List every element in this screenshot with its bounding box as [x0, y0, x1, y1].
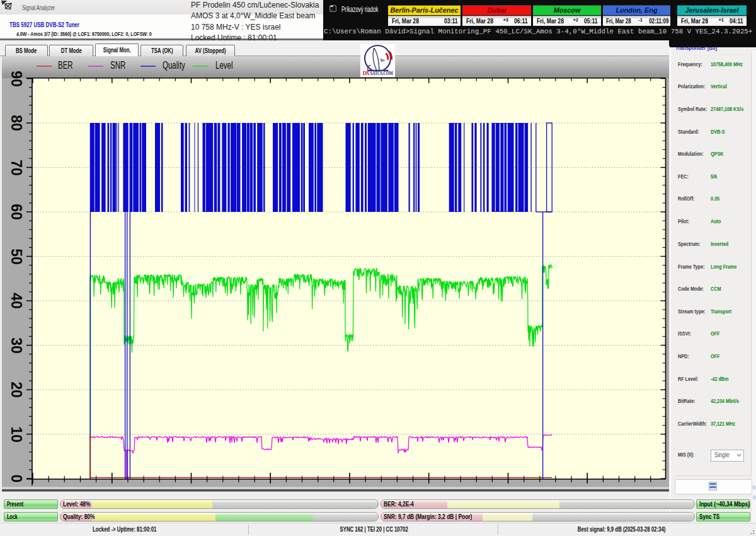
svg-text:DX: DX — [363, 70, 370, 76]
svg-text:SATCS.COM: SATCS.COM — [370, 70, 393, 76]
